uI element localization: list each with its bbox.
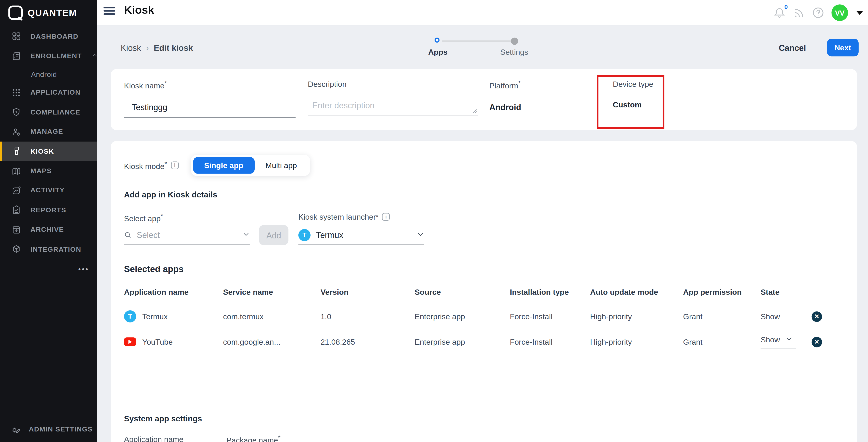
sidebar-more-button[interactable]: ••• xyxy=(0,265,97,273)
archive-icon xyxy=(12,225,21,234)
chevron-down-icon xyxy=(243,230,250,240)
kiosk-mode-row: Kiosk mode* i Single app Multi app xyxy=(124,155,844,176)
required-marker: * xyxy=(164,160,167,167)
brand-q-icon xyxy=(8,5,23,20)
termux-app-icon: T xyxy=(124,310,136,322)
breadcrumb: Kiosk › Edit kiosk xyxy=(121,43,193,53)
chevron-up-icon[interactable] xyxy=(91,52,98,60)
sidebar-item-maps[interactable]: MAPS xyxy=(0,161,97,181)
help-icon[interactable] xyxy=(812,7,824,19)
required-marker: * xyxy=(518,80,521,86)
add-button[interactable]: Add xyxy=(259,225,288,245)
cancel-button[interactable]: Cancel xyxy=(779,43,806,53)
notifications-bell-icon[interactable]: 0 xyxy=(773,7,785,19)
launcher-value: Termux xyxy=(316,230,411,240)
breadcrumb-separator-icon: › xyxy=(146,43,149,53)
page: QUANTEM DASHBOARD ENROLLMENT Android APP… xyxy=(0,0,868,442)
admin-settings-icon xyxy=(10,424,21,434)
manage-user-icon xyxy=(12,127,21,136)
kiosk-name-value[interactable]: Testinggg xyxy=(132,102,296,111)
breadcrumb-kiosk[interactable]: Kiosk xyxy=(121,43,141,53)
topbar: Kiosk 0 VV xyxy=(97,0,868,26)
activity-icon xyxy=(12,186,21,195)
state-dropdown[interactable]: Show xyxy=(761,335,796,348)
resize-grip-icon[interactable] xyxy=(473,109,477,113)
notification-count-badge: 0 xyxy=(784,3,788,10)
required-marker: * xyxy=(161,212,163,219)
next-button[interactable]: Next xyxy=(827,39,859,56)
integration-cube-icon xyxy=(12,245,21,254)
device-type-value: Custom xyxy=(613,100,653,109)
sidebar-item-admin-settings[interactable]: ADMIN SETTINGS xyxy=(0,419,97,439)
required-marker: * xyxy=(376,213,378,220)
multi-app-tab[interactable]: Multi app xyxy=(254,157,308,174)
search-icon xyxy=(124,231,132,239)
required-marker: * xyxy=(278,434,280,441)
kiosk-details-card: Kiosk name* Testinggg Description Enter … xyxy=(111,69,857,130)
sidebar-item-integration[interactable]: INTEGRATION xyxy=(0,240,97,259)
sidebar-nav: DASHBOARD ENROLLMENT Android APPLICATION… xyxy=(0,26,97,259)
brand-logo[interactable]: QUANTEM xyxy=(0,0,97,26)
select-app-dropdown[interactable]: Select xyxy=(124,225,250,245)
sidebar-item-manage[interactable]: MANAGE xyxy=(0,122,97,141)
required-marker: * xyxy=(164,80,167,86)
dashboard-icon xyxy=(12,32,21,41)
enrollment-icon xyxy=(12,51,21,61)
remove-x-icon[interactable]: ✕ xyxy=(812,311,822,322)
sidebar-item-archive[interactable]: ARCHIVE xyxy=(0,220,97,239)
kiosk-launcher-dropdown[interactable]: T Termux xyxy=(299,225,424,245)
platform-field: Platform* Android xyxy=(489,80,521,111)
kiosk-terminal-icon xyxy=(12,146,21,156)
sidebar-item-dashboard[interactable]: DASHBOARD xyxy=(0,27,97,46)
sidebar-item-reports[interactable]: REPORTS xyxy=(0,200,97,220)
selected-apps-heading: Selected apps xyxy=(124,264,844,274)
subheader: Kiosk › Edit kiosk Apps Settings Cancel … xyxy=(97,26,868,69)
sidebar-item-application[interactable]: APPLICATION xyxy=(0,83,97,102)
kiosk-name-field: Kiosk name* Testinggg xyxy=(124,80,296,118)
single-app-tab[interactable]: Single app xyxy=(193,157,254,174)
description-textarea[interactable]: Enter description xyxy=(312,101,478,110)
sidebar-item-compliance[interactable]: COMPLIANCE xyxy=(0,102,97,122)
step-settings-label: Settings xyxy=(500,48,528,57)
remove-x-icon[interactable]: ✕ xyxy=(812,337,822,347)
menu-icon[interactable] xyxy=(103,7,115,18)
avatar[interactable]: VV xyxy=(832,4,848,21)
table-row: YouTube com.google.an... 21.08.265 Enter… xyxy=(124,329,844,354)
step-apps-dot[interactable] xyxy=(435,38,440,43)
add-app-controls: Select Add T Termux xyxy=(124,225,844,246)
brand-name: QUANTEM xyxy=(28,7,77,18)
termux-app-icon: T xyxy=(299,229,311,241)
step-apps-label: Apps xyxy=(428,48,447,57)
apps-table-header: Application name Service name Version So… xyxy=(124,287,844,297)
system-app-heading: System app settings xyxy=(124,414,844,423)
rss-icon[interactable] xyxy=(793,7,805,19)
table-row: T Termux com.termux 1.0 Enterprise app F… xyxy=(124,304,844,329)
info-icon[interactable]: i xyxy=(171,162,179,169)
page-title: Kiosk xyxy=(124,4,154,17)
youtube-app-icon xyxy=(124,337,136,346)
chevron-down-icon[interactable] xyxy=(856,11,863,15)
sidebar-item-android[interactable]: Android xyxy=(0,66,97,83)
maps-icon xyxy=(12,166,21,176)
add-app-heading: Add app in Kiosk details xyxy=(124,190,844,199)
application-icon xyxy=(12,88,21,97)
add-app-labels: Select app* Kiosk system launcher* i xyxy=(124,212,844,220)
sidebar: QUANTEM DASHBOARD ENROLLMENT Android APP… xyxy=(0,0,97,442)
device-type-field: Device type Custom xyxy=(613,80,653,109)
sidebar-item-kiosk[interactable]: KIOSK xyxy=(0,141,97,161)
compliance-shield-icon xyxy=(12,107,21,117)
stepper-connector xyxy=(442,40,511,42)
breadcrumb-edit-kiosk: Edit kiosk xyxy=(154,43,193,53)
info-icon[interactable]: i xyxy=(382,213,390,221)
select-app-placeholder: Select xyxy=(137,230,238,240)
chevron-down-icon xyxy=(417,230,424,240)
sidebar-item-enrollment[interactable]: ENROLLMENT xyxy=(0,46,97,66)
sidebar-item-activity[interactable]: ACTIVITY xyxy=(0,181,97,200)
system-app-labels: Application name Package name* xyxy=(124,434,844,442)
app-name: Termux xyxy=(142,312,168,321)
description-field: Description Enter description xyxy=(308,80,478,116)
reports-icon xyxy=(12,205,21,215)
chevron-down-icon xyxy=(785,335,793,344)
step-settings-dot[interactable] xyxy=(511,38,518,45)
kiosk-apps-card: Kiosk mode* i Single app Multi app Add a… xyxy=(111,141,857,442)
